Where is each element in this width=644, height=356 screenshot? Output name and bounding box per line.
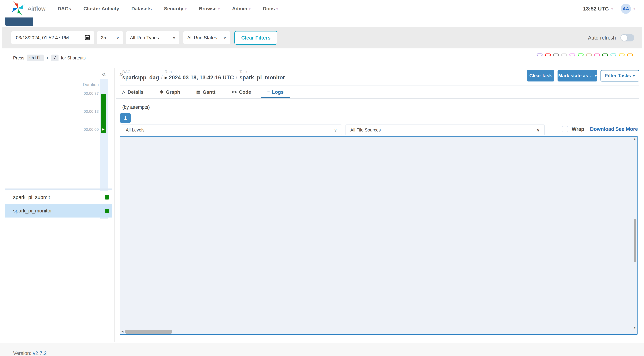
scroll-up-icon[interactable]: ▲ — [633, 137, 636, 140]
log-line — [123, 225, 629, 230]
task-state-square[interactable] — [105, 209, 109, 213]
run-datetime-input[interactable]: 03/18/2024, 01:52:47 PM — [11, 31, 94, 44]
wrap-label: Wrap — [572, 126, 584, 132]
nav-item[interactable]: Browse▾ — [199, 6, 220, 12]
log-line — [123, 148, 629, 153]
attempt-1-button[interactable]: 1 — [120, 113, 131, 123]
tab[interactable]: ❖ Graph — [153, 87, 186, 98]
grid-separator — [5, 189, 112, 190]
scroll-down-icon[interactable]: ▼ — [633, 326, 636, 329]
see-more-link[interactable]: See More — [615, 126, 638, 132]
nav-item[interactable]: DAGs▾ — [58, 6, 71, 12]
state-badge[interactable] — [553, 54, 559, 56]
chevron-down-icon: ▾ — [184, 7, 186, 11]
vertical-scrollbar-thumb[interactable] — [634, 219, 636, 262]
task-actions: Clear task Mark state as…▾ Filter Tasks▾ — [527, 70, 639, 81]
log-line — [123, 287, 629, 292]
chevron-down-icon: ▾ — [633, 74, 635, 78]
calendar-icon[interactable] — [85, 35, 90, 41]
state-badge[interactable] — [578, 54, 584, 56]
chevron-down-icon: ▾ — [218, 7, 220, 11]
panel-divider[interactable] — [114, 68, 115, 342]
chevron-down-icon: ∨ — [223, 36, 226, 40]
tab[interactable]: △ Details — [116, 87, 150, 98]
log-line — [123, 235, 629, 240]
breadcrumb-dag: DAG sparkapp_dag — [122, 70, 159, 81]
breadcrumb-task-value[interactable]: spark_pi_monitor — [240, 75, 285, 81]
grid-active-button-clipped[interactable] — [5, 18, 33, 26]
state-legend — [536, 54, 636, 56]
tab[interactable]: ≡ Logs — [261, 87, 290, 98]
log-line — [123, 246, 629, 251]
state-badge[interactable] — [536, 54, 542, 56]
nav-item[interactable]: Admin▾ — [232, 6, 251, 12]
state-badge[interactable] — [619, 54, 624, 56]
chevron-down-icon: ▾ — [611, 7, 613, 11]
state-badge[interactable] — [627, 54, 633, 56]
log-line — [123, 204, 629, 210]
auto-refresh-toggle[interactable] — [620, 34, 634, 42]
log-line — [123, 168, 629, 173]
log-line — [123, 189, 629, 194]
breadcrumb-dag-value[interactable]: sparkapp_dag — [122, 75, 159, 81]
header-divider — [120, 85, 639, 86]
tab[interactable]: <> Code — [225, 87, 257, 98]
dag-run-duration-bar[interactable] — [101, 94, 106, 133]
by-attempts-label: (by attempts) — [122, 105, 150, 110]
log-line — [123, 210, 629, 215]
wrap-control: Wrap — [562, 126, 584, 132]
clear-filters-button[interactable]: Clear Filters — [234, 31, 277, 45]
nav-menu: DAGs▾ Cluster Activity▾ Datasets▾ Securi… — [58, 0, 278, 18]
filter-tasks-button[interactable]: Filter Tasks▾ — [600, 70, 639, 81]
navbar: Airflow DAGs▾ Cluster Activity▾ Datasets… — [0, 0, 644, 18]
page-size-select[interactable]: 25∨ — [97, 31, 123, 44]
log-line — [123, 194, 629, 199]
log-line — [123, 138, 629, 143]
task-state-square[interactable] — [105, 195, 109, 200]
log-line — [123, 317, 629, 323]
state-badge[interactable] — [594, 54, 600, 56]
log-levels-select[interactable]: All Levels∨ — [121, 124, 342, 135]
log-line — [123, 307, 629, 312]
run-types-select[interactable]: All Run Types∨ — [126, 31, 180, 44]
log-line — [123, 143, 629, 148]
auto-refresh-control: Auto-refresh — [588, 27, 634, 48]
mark-state-button[interactable]: Mark state as…▾ — [558, 70, 597, 81]
state-badge[interactable] — [545, 54, 551, 56]
shift-key: shift — [27, 55, 44, 61]
clear-task-button[interactable]: Clear task — [527, 70, 554, 81]
tab[interactable]: ▤ Gantt — [190, 87, 222, 98]
state-badge[interactable] — [570, 54, 575, 56]
task-row[interactable]: spark_pi_submit — [5, 191, 112, 204]
log-line — [123, 220, 629, 225]
horizontal-scrollbar-thumb[interactable] — [125, 330, 172, 334]
breadcrumb-run-value[interactable]: ▶ 2024-03-18, 13:42:16 UTC — [165, 75, 234, 81]
avatar[interactable]: AA — [621, 4, 631, 14]
state-badge[interactable] — [602, 54, 608, 56]
download-log-link[interactable]: Download — [590, 126, 614, 132]
state-badge[interactable] — [561, 54, 567, 56]
wrap-checkbox[interactable] — [562, 126, 568, 132]
nav-item[interactable]: Datasets▾ — [131, 6, 152, 12]
scroll-left-icon[interactable]: ◀ — [122, 330, 124, 333]
nav-item[interactable]: Cluster Activity▾ — [84, 6, 119, 12]
task-row[interactable]: spark_pi_monitor — [5, 204, 112, 218]
log-line — [123, 266, 629, 271]
run-states-select[interactable]: All Run States∨ — [184, 31, 230, 44]
nav-item[interactable]: Security▾ — [164, 6, 187, 12]
collapse-sidebar-icon[interactable]: « — [102, 70, 106, 78]
version-link[interactable]: v2.7.2 — [33, 350, 47, 356]
airflow-brand[interactable]: Airflow — [10, 0, 46, 17]
tab-icon: ❖ — [160, 89, 164, 95]
state-badge[interactable] — [635, 54, 636, 56]
navbar-right: 13:52 UTC ▾ AA ▾ — [583, 0, 635, 18]
state-badge[interactable] — [586, 54, 592, 56]
breadcrumb-run-label: Run — [165, 70, 234, 74]
log-panel[interactable]: ▲ ▼ ◀ — [120, 136, 638, 335]
user-menu[interactable]: AA ▾ — [621, 4, 635, 14]
state-badge[interactable] — [610, 54, 616, 56]
timezone-selector[interactable]: 13:52 UTC ▾ — [583, 6, 613, 12]
chevron-down-icon: ▾ — [249, 7, 251, 11]
file-sources-select[interactable]: All File Sources∨ — [346, 124, 544, 135]
nav-item[interactable]: Docs▾ — [263, 6, 278, 12]
